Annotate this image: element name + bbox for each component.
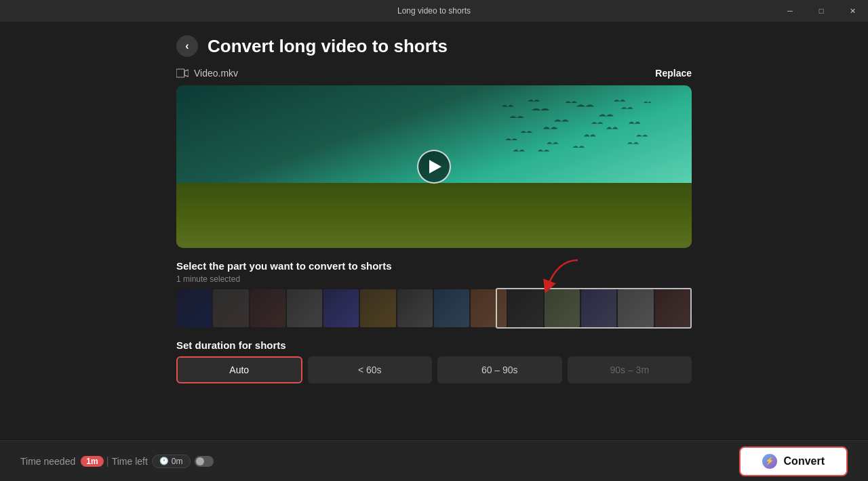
header: ‹ Convert long video to shorts [176, 35, 692, 57]
time-needed-badge: 1m [81, 456, 103, 467]
select-part-sublabel: 1 minute selected [176, 274, 692, 284]
bottom-bar: Time needed 1m | Time left 🕐 0m Convert [0, 440, 868, 481]
maximize-button[interactable]: □ [806, 0, 837, 22]
duration-auto-button[interactable]: Auto [176, 356, 302, 383]
video-ground [176, 183, 692, 248]
clock-icon: 🕐 [159, 457, 169, 465]
convert-button-icon [762, 454, 777, 469]
titlebar-title: Long video to shorts [397, 6, 471, 16]
timeline-container [176, 289, 692, 327]
time-needed-label: Time needed [20, 456, 75, 467]
content-wrapper: ‹ Convert long video to shorts Video.mkv… [176, 35, 692, 392]
select-part-label: Select the part you want to convert to s… [176, 260, 692, 272]
timeline-thumb-4 [287, 289, 322, 327]
video-file-icon [176, 68, 189, 78]
titlebar-controls: ─ □ ✕ [774, 0, 868, 22]
time-separator: | [106, 455, 109, 467]
close-button[interactable]: ✕ [837, 0, 868, 22]
timeline-thumb-7 [397, 289, 433, 327]
back-icon: ‹ [185, 40, 189, 52]
file-name-text: Video.mkv [194, 68, 238, 79]
timeline-thumb-1 [176, 289, 212, 327]
video-background [176, 85, 692, 248]
timeline-thumb-6 [360, 289, 395, 327]
timeline-thumb-8 [434, 289, 469, 327]
play-button[interactable] [417, 150, 451, 184]
file-row: Video.mkv Replace [176, 68, 692, 79]
select-part-section: Select the part you want to convert to s… [176, 260, 692, 339]
replace-button[interactable]: Replace [655, 68, 692, 79]
timeline-thumb-11 [545, 289, 580, 327]
timeline-thumb-13 [618, 289, 653, 327]
timeline-thumb-10 [508, 289, 543, 327]
file-name: Video.mkv [176, 68, 238, 79]
duration-label: Set duration for shorts [176, 339, 692, 351]
svg-marker-1 [184, 70, 189, 77]
page-title: Convert long video to shorts [208, 36, 448, 57]
duration-options: Auto < 60s 60 – 90s 90s – 3m [176, 356, 692, 383]
minimize-button[interactable]: ─ [774, 0, 806, 22]
timeline-thumb-2 [213, 289, 248, 327]
video-preview [176, 85, 692, 248]
main-content: ‹ Convert long video to shorts Video.mkv… [0, 22, 868, 481]
titlebar: Long video to shorts ─ □ ✕ [0, 0, 868, 22]
time-left-value: 0m [172, 457, 183, 466]
time-left-label: Time left [112, 456, 148, 467]
time-left-toggle[interactable] [195, 456, 214, 467]
duration-lt60s-button[interactable]: < 60s [308, 356, 433, 383]
timeline-thumb-3 [250, 289, 285, 327]
duration-60to90s-button[interactable]: 60 – 90s [437, 356, 562, 383]
time-left-badge: 🕐 0m [152, 455, 191, 468]
timeline-thumb-9 [471, 289, 506, 327]
time-left-group: Time left 🕐 0m [112, 455, 214, 468]
convert-button[interactable]: Convert [739, 446, 848, 476]
back-button[interactable]: ‹ [176, 35, 198, 57]
duration-section: Set duration for shorts Auto < 60s 60 – … [176, 339, 692, 383]
birds-decoration [502, 96, 651, 170]
svg-rect-0 [176, 69, 184, 77]
timeline[interactable] [176, 289, 692, 327]
duration-90s3m-button[interactable]: 90s – 3m [568, 356, 692, 383]
convert-button-label: Convert [784, 455, 825, 467]
timeline-thumb-14 [655, 289, 690, 327]
timeline-thumb-12 [581, 289, 616, 327]
timeline-thumb-5 [323, 289, 359, 327]
time-needed-group: Time needed 1m [20, 456, 104, 467]
